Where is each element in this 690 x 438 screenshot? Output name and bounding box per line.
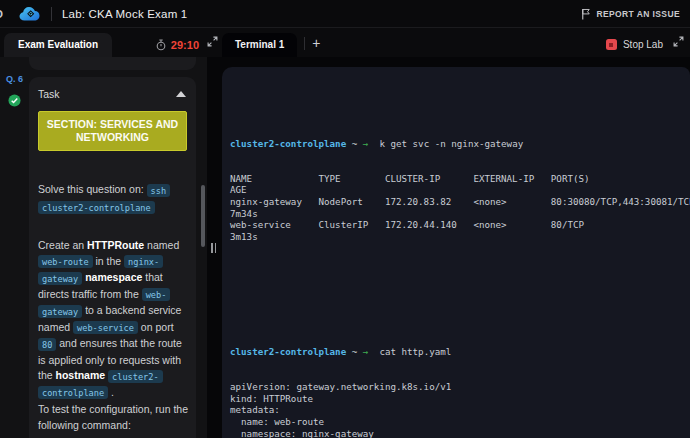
expand-terminal-button[interactable] [663,33,690,57]
panel-gutter [207,57,222,438]
solve-instruction: Solve this question on: ssh cluster2-con… [38,181,190,216]
top-bar: D Lab: CKA Mock Exam 1 REPORT AN ISSUE [0,0,690,28]
expand-icon [207,36,218,47]
stop-lab-label: Stop Lab [623,39,663,50]
question-number-badge: Q. 6 [6,74,23,84]
prompt-line: cluster2-controlplane ~ → cat http.yaml [230,346,690,358]
flag-icon [581,8,591,20]
app-logo-cloud-icon [19,5,43,22]
task-description: Create an HTTPRoute named web-route in t… [38,238,190,401]
prompt-host: cluster2-controlplane [230,346,346,357]
report-issue-label: REPORT AN ISSUE [596,9,680,19]
stop-lab-button[interactable]: Stop Lab [606,39,663,57]
tab-terminal-1[interactable]: Terminal 1 [222,33,297,57]
panel-resize-handle[interactable] [211,243,216,253]
tabs-row: Exam Evaluation 29:10 Terminal 1 + Stop … [0,28,690,57]
prompt-host: cluster2-controlplane [230,138,346,149]
terminal-screen[interactable]: cluster2-controlplane ~ → k get svc -n n… [222,67,690,438]
question-cards-column: Task SECTION: SERVICES AND NETWORKING So… [29,57,196,438]
collapse-task-button[interactable] [176,91,186,97]
expand-icon [673,36,684,47]
stopwatch-icon [155,39,167,51]
terminal-block-yaml: cluster2-controlplane ~ → cat http.yaml … [230,323,690,438]
new-terminal-button[interactable]: + [312,35,320,57]
question-solved-check-icon [8,93,21,111]
clipped-edge-icon: D [0,8,7,20]
report-issue-button[interactable]: REPORT AN ISSUE [581,8,680,20]
tab-exam-evaluation[interactable]: Exam Evaluation [4,33,112,57]
command-text: cat http.yaml [368,346,451,357]
lab-title: Lab: CKA Mock Exam 1 [62,8,187,20]
terminal-block-svc: cluster2-controlplane ~ → k get svc -n n… [230,115,690,266]
prompt-line: cluster2-controlplane ~ → k get svc -n n… [230,138,690,150]
timer-value: 29:10 [171,39,199,51]
command-text: k get svc -n nginx-gateway [368,138,523,149]
task-card-header: Task [29,77,196,100]
terminal-tabs-area: Terminal 1 + Stop Lab [222,28,690,57]
section-banner: SECTION: SERVICES AND NETWORKING [38,111,187,151]
expand-left-panel-button[interactable] [199,33,222,57]
topbar-divider [51,7,52,21]
vertical-scroll-thumb[interactable] [201,185,205,247]
svc-output: NAME TYPE CLUSTER-IP EXTERNAL-IP PORT(S)… [230,173,690,243]
task-label: Task [38,88,60,100]
tab-divider [304,37,305,50]
exam-question-panel: Q. 6 Task SECTION: SERVICES AND NETWORKI… [0,57,207,438]
stop-icon [606,39,617,50]
yaml-output: apiVersion: gateway.networking.k8s.io/v1… [230,381,690,438]
main-area: Q. 6 Task SECTION: SERVICES AND NETWORKI… [0,57,690,438]
test-note: To test the configuration, run the follo… [38,402,190,433]
left-tabs-area: Exam Evaluation 29:10 [0,28,222,57]
exam-timer: 29:10 [155,39,199,57]
task-card: Task SECTION: SERVICES AND NETWORKING So… [29,77,196,438]
previous-card-stub [29,57,196,70]
